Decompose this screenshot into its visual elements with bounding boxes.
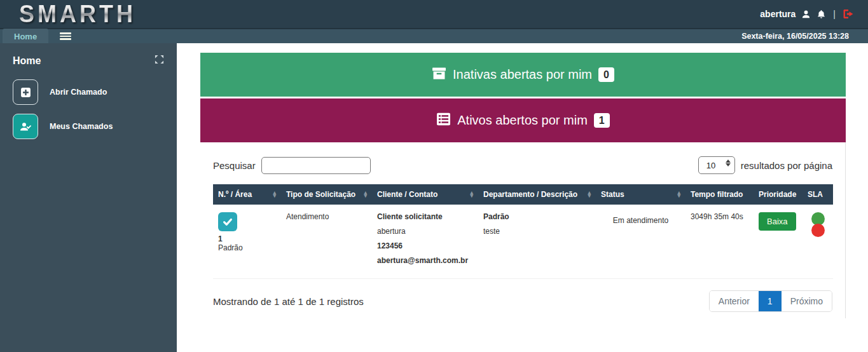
user-check-icon	[13, 114, 38, 139]
pagination-page-1[interactable]: 1	[759, 291, 782, 311]
descricao-texto: teste	[483, 227, 591, 236]
cell-tipo: Atendimento	[281, 205, 372, 279]
cell-status: Em atendimento	[596, 205, 685, 279]
banner-inactive-tickets[interactable]: Inativas abertas por mim 0	[200, 53, 846, 97]
datetime-label: Sexta-feira, 16/05/2025 13:28	[741, 32, 868, 41]
sort-icon[interactable]: ▴▾	[364, 191, 367, 198]
ticket-area: Padrão	[218, 243, 276, 252]
col-tempo-filtrado[interactable]: Tempo filtrado	[685, 184, 754, 205]
sla-red-dot	[811, 224, 825, 237]
table-row[interactable]: 1 Padrão Atendimento Cliente solicitante…	[213, 205, 833, 279]
hamburger-icon[interactable]	[60, 32, 71, 40]
col-sla[interactable]: SLA	[803, 184, 833, 205]
cliente-codigo: 123456	[377, 241, 473, 250]
ticket-number: 1	[218, 234, 276, 243]
pagination: Anterior 1 Próximo	[709, 290, 832, 312]
tickets-table: N.º / Área▴▾ Tipo de Solicitação▴▾ Clien…	[213, 184, 833, 279]
sort-icon[interactable]: ▴▾	[273, 191, 276, 198]
check-icon	[222, 216, 233, 227]
table-header-row: N.º / Área▴▾ Tipo de Solicitação▴▾ Clien…	[213, 184, 833, 205]
cell-tempo: 3049h 35m 40s	[685, 205, 754, 279]
username-label: abertura	[760, 9, 796, 19]
per-page-label: resultados por página	[741, 160, 832, 171]
search-input[interactable]	[261, 157, 371, 174]
banner-active-label: Ativos abertos por mim	[457, 113, 588, 128]
col-departamento-descricao[interactable]: Departamento / Descrição▴▾	[478, 184, 596, 205]
cliente-nome: abertura	[377, 227, 473, 236]
pagination-prev-button[interactable]: Anterior	[710, 291, 759, 311]
compress-icon[interactable]	[155, 55, 164, 67]
cell-cliente: Cliente solicitante abertura 123456 aber…	[372, 205, 478, 279]
sidebar-item-label: Abrir Chamado	[50, 88, 107, 97]
records-summary: Mostrando de 1 até 1 de 1 registros	[213, 296, 364, 307]
top-bar: Home Sexta-feira, 16/05/2025 13:28	[0, 28, 868, 43]
bell-icon[interactable]	[816, 10, 826, 19]
col-cliente-contato[interactable]: Cliente / Contato▴▾	[372, 184, 478, 205]
archive-icon	[432, 67, 446, 83]
cell-prioridade: Baixa	[754, 205, 803, 279]
col-status[interactable]: Status▴▾	[596, 184, 685, 205]
cliente-titulo: Cliente solicitante	[377, 212, 473, 221]
row-checkbox[interactable]	[218, 212, 237, 231]
sort-icon[interactable]: ▴▾	[470, 191, 473, 198]
header-separator: |	[833, 9, 836, 19]
app-logo: SMARTH	[19, 2, 136, 27]
col-numero-area[interactable]: N.º / Área▴▾	[213, 184, 281, 205]
sidebar: Home Abrir Chamado Meus Chamados	[0, 43, 177, 352]
banner-active-tickets[interactable]: Ativos abertos por mim 1	[200, 98, 846, 142]
sidebar-title: Home	[13, 55, 41, 67]
plus-square-icon	[13, 79, 38, 105]
tab-home-label: Home	[14, 32, 37, 41]
tab-home[interactable]: Home	[3, 29, 48, 44]
col-tipo-solicitacao[interactable]: Tipo de Solicitação▴▾	[281, 184, 372, 205]
cell-departamento: Padrão teste	[478, 205, 596, 279]
list-icon	[436, 112, 451, 129]
cell-numero-area: 1 Padrão	[213, 205, 281, 279]
page-size-select[interactable]: 10	[698, 156, 735, 174]
banner-inactive-label: Inativas abertas por mim	[453, 67, 592, 82]
sidebar-item-abrir-chamado[interactable]: Abrir Chamado	[13, 79, 164, 105]
banner-active-count: 1	[594, 113, 610, 128]
sidebar-item-meus-chamados[interactable]: Meus Chamados	[13, 114, 164, 139]
cell-sla	[803, 205, 833, 279]
user-icon[interactable]	[801, 10, 811, 19]
banner-inactive-count: 0	[598, 67, 614, 82]
sort-icon[interactable]: ▴▾	[588, 191, 591, 198]
status-label: Em atendimento	[613, 216, 668, 225]
sort-icon[interactable]: ▴▾	[677, 191, 680, 198]
pagination-next-button[interactable]: Próximo	[782, 291, 832, 311]
cliente-email: abertura@smarth.com.br	[377, 256, 473, 265]
app-header: SMARTH abertura |	[0, 0, 868, 28]
search-label: Pesquisar	[213, 160, 256, 171]
main-content: Inativas abertas por mim 0 Ativos aberto…	[177, 43, 868, 352]
priority-badge[interactable]: Baixa	[759, 212, 796, 231]
departamento-nome: Padrão	[483, 212, 591, 221]
logout-icon[interactable]	[843, 9, 854, 19]
col-prioridade[interactable]: Prioridade	[754, 184, 803, 205]
sidebar-item-label: Meus Chamados	[50, 122, 113, 131]
tempo-label: 3049h 35m 40s	[691, 212, 743, 221]
